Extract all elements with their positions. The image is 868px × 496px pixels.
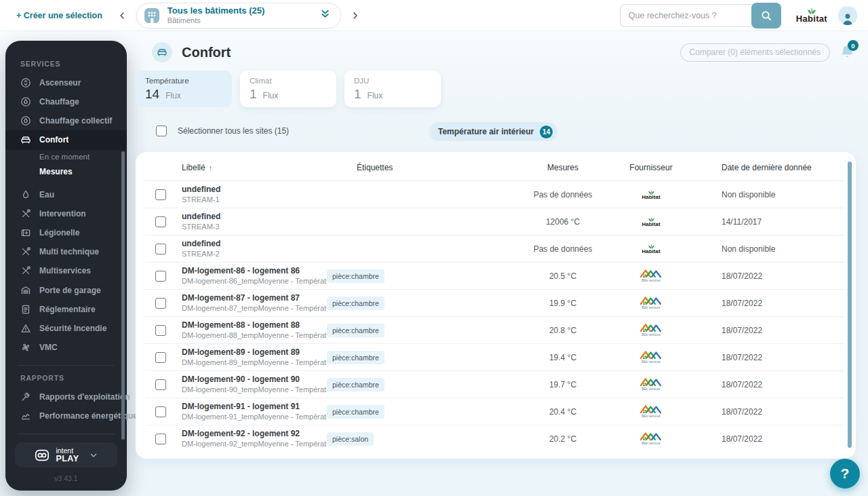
select-all-sites[interactable]: Sélectionner tous les sites (15)	[156, 126, 289, 136]
table-row[interactable]: DM-logement-91 - logement 91 DM-logement…	[145, 398, 845, 425]
sidebar-item-label: VMC	[39, 343, 58, 352]
table-row[interactable]: undefined STREAM-3 12006 °C Habitat 14/1…	[145, 208, 845, 235]
beki-services-logo: BEki services	[636, 347, 666, 368]
row-tag: pièce:chambre	[327, 297, 384, 310]
search-input[interactable]	[620, 4, 754, 27]
sofa-icon	[20, 134, 31, 145]
sidebar-item-rapports-exploitation[interactable]: Rapports d'exploitation	[5, 387, 127, 406]
sidebar-item-vmc[interactable]: VMC	[5, 338, 127, 357]
sidebar-item-performance-energetique[interactable]: Performance énergétique	[5, 406, 127, 425]
row-sublabel: DM-logement-89_tempMoyenne - Température…	[182, 358, 327, 367]
create-selection-button[interactable]: + Créer une sélection	[16, 11, 102, 20]
user-avatar[interactable]	[838, 6, 857, 25]
table-row[interactable]: DM-logement-90 - logement 90 DM-logement…	[145, 370, 845, 398]
flux-card-count: 1	[250, 87, 257, 102]
sidebar-item-chauffage[interactable]: Chauffage	[5, 92, 127, 111]
wrench-icon	[20, 392, 31, 402]
row-measure: 12006 °C	[515, 217, 610, 227]
sidebar-item-porte-de-garage[interactable]: Porte de garage	[5, 281, 127, 300]
column-header-fournisseur[interactable]: Fournisseur	[610, 163, 692, 172]
row-checkbox[interactable]	[155, 216, 166, 227]
tab-climat[interactable]: Climat 1Flux	[240, 71, 336, 107]
water-drop-icon	[20, 189, 31, 200]
column-header-libelle[interactable]: Libellé↑	[176, 163, 327, 172]
garage-door-icon	[20, 285, 31, 296]
filter-chip-temperature-air-interieur[interactable]: Température air intérieur 14	[429, 122, 557, 141]
double-chevron-down-icon[interactable]	[319, 8, 331, 22]
row-date: 18/07/2022	[692, 271, 845, 281]
svg-text:BEki services: BEki services	[642, 279, 660, 282]
table-row[interactable]: DM-logement-87 - logement 87 DM-logement…	[145, 289, 845, 316]
table-row[interactable]: undefined STREAM-1 Pas de données Habita…	[145, 180, 845, 208]
row-tag: pièce:chambre	[327, 269, 384, 283]
sidebar-item-multiservices[interactable]: Multiservices	[5, 261, 127, 280]
row-checkbox[interactable]	[155, 434, 166, 444]
table-row[interactable]: DM-logement-86 - logement 86 DM-logement…	[145, 262, 845, 289]
table-scrollbar[interactable]	[848, 161, 852, 448]
help-button[interactable]: ?	[830, 459, 860, 489]
building-selector[interactable]: Tous les bâtiments (25) Bâtiments	[136, 3, 341, 28]
chart-icon	[20, 411, 31, 421]
compare-button[interactable]: Comparer (0) éléments sélectionnés	[680, 43, 830, 62]
search-button[interactable]	[751, 3, 781, 28]
row-checkbox[interactable]	[155, 379, 166, 390]
beki-services-logo: BEki services	[636, 293, 666, 313]
filter-chip-count-badge: 14	[540, 126, 553, 138]
table-header-row: Libellé↑ Étiquettes Mesures Fournisseur …	[145, 155, 845, 180]
table-row[interactable]: DM-logement-89 - logement 89 DM-logement…	[145, 343, 845, 370]
sidebar-subitem-en-ce-moment[interactable]: En ce moment	[5, 150, 127, 164]
sidebar-scrollbar[interactable]	[121, 151, 125, 440]
sidebar-item-ascenseur[interactable]: Ascenseur	[5, 73, 127, 92]
page-title: Confort	[182, 45, 231, 60]
habitat-logo: Habitat	[642, 189, 660, 200]
row-tag: pièce:salon	[327, 432, 374, 446]
tab-temperature[interactable]: Température 14Flux	[136, 71, 232, 107]
sidebar-item-reglementaire[interactable]: Réglementaire	[5, 300, 127, 319]
table-row[interactable]: DM-logement-92 - logement 92 DM-logement…	[145, 425, 845, 452]
column-header-etiquettes[interactable]: Étiquettes	[327, 163, 515, 172]
sort-asc-icon: ↑	[209, 164, 213, 172]
select-all-checkbox[interactable]	[156, 126, 167, 136]
row-measure: 19.9 °C	[515, 299, 610, 308]
row-sublabel: DM-logement-86_tempMoyenne - Température…	[182, 277, 327, 286]
beki-services-logo: BEki services	[636, 402, 666, 422]
row-checkbox[interactable]	[155, 244, 166, 254]
row-tag: pièce:chambre	[327, 324, 384, 337]
search-icon	[760, 9, 772, 22]
habitat-logo: Habitat	[642, 244, 660, 254]
sidebar-item-intervention[interactable]: Intervention	[5, 204, 127, 223]
sidebar-item-legionelle[interactable]: Légionelle	[5, 223, 127, 242]
divider	[18, 434, 115, 434]
row-checkbox[interactable]	[155, 189, 166, 200]
table-row[interactable]: DM-logement-88 - logement 88 DM-logement…	[145, 316, 845, 343]
selector-next-icon[interactable]	[348, 8, 363, 23]
building-icon	[143, 7, 161, 24]
intent-play-button[interactable]: intent PLAY	[15, 442, 117, 468]
table-row[interactable]: undefined STREAM-2 Pas de données Habita…	[145, 235, 845, 262]
row-sublabel: DM-logement-91_tempMoyenne - Température…	[182, 413, 327, 421]
row-checkbox[interactable]	[155, 352, 166, 363]
sidebar-item-confort[interactable]: Confort	[5, 130, 127, 149]
tab-dju[interactable]: DJU 1Flux	[344, 71, 441, 107]
sidebar-item-label: Rapports d'exploitation	[39, 392, 130, 402]
row-checkbox[interactable]	[155, 271, 166, 282]
sidebar-item-multi-technique[interactable]: Multi technique	[5, 242, 127, 261]
column-header-mesures[interactable]: Mesures	[515, 163, 610, 172]
row-sublabel: DM-logement-90_tempMoyenne - Température…	[182, 385, 327, 394]
row-label: DM-logement-92 - logement 92	[182, 429, 327, 438]
row-checkbox[interactable]	[155, 298, 166, 309]
column-header-date[interactable]: Date de dernière donnée	[692, 163, 845, 172]
row-checkbox[interactable]	[155, 325, 166, 336]
row-checkbox[interactable]	[155, 406, 166, 417]
selector-prev-icon[interactable]	[115, 8, 130, 23]
svg-text:BEki services: BEki services	[642, 306, 660, 309]
svg-text:BEki services: BEki services	[642, 415, 660, 418]
svg-text:BEki services: BEki services	[642, 387, 660, 391]
sidebar-item-eau[interactable]: Eau	[5, 185, 127, 204]
sidebar-item-chauffage-collectif[interactable]: Chauffage collectif	[5, 111, 127, 130]
sidebar-item-securite-incendie[interactable]: Sécurité Incendie	[5, 319, 127, 338]
notifications-badge: 0	[848, 40, 859, 51]
flux-cards: Température 14Flux Climat 1Flux DJU 1Flu…	[136, 71, 856, 107]
sidebar-subitem-mesures[interactable]: Mesures	[5, 164, 127, 180]
notifications-bell[interactable]: 0	[840, 43, 856, 61]
